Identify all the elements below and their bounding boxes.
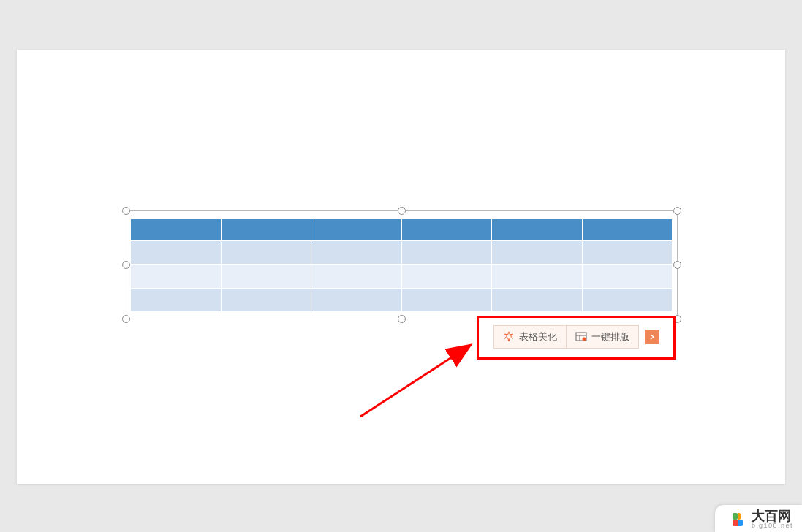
- beautify-table-button[interactable]: 表格美化: [493, 325, 566, 349]
- watermark-text: 大百网 big100.net: [752, 509, 793, 529]
- floating-toolbar-highlight: 表格美化 一键排版: [477, 316, 676, 360]
- resize-handle-top-middle[interactable]: [398, 207, 406, 215]
- watermark-url: big100.net: [752, 522, 793, 529]
- table-selection-bounds: [126, 210, 678, 319]
- layout-label: 一键排版: [591, 330, 629, 343]
- layout-icon: [575, 331, 587, 343]
- resize-handle-bottom-middle[interactable]: [398, 315, 406, 323]
- annotation-arrow: [357, 336, 488, 424]
- watermark-logo-icon: [730, 512, 746, 528]
- watermark: 大百网 big100.net: [715, 505, 802, 532]
- svg-line-5: [360, 345, 471, 417]
- expand-button[interactable]: [645, 330, 659, 344]
- chevron-right-icon: [649, 334, 655, 340]
- resize-handle-top-right[interactable]: [673, 207, 681, 215]
- svg-point-3: [583, 338, 586, 341]
- resize-handle-top-left[interactable]: [122, 207, 130, 215]
- beautify-label: 表格美化: [519, 330, 557, 343]
- sparkle-icon: [503, 331, 515, 343]
- watermark-title: 大百网: [752, 509, 793, 522]
- auto-layout-button[interactable]: 一键排版: [566, 325, 639, 349]
- resize-handle-middle-left[interactable]: [122, 261, 130, 269]
- resize-handle-middle-right[interactable]: [673, 261, 681, 269]
- floating-toolbar: 表格美化 一键排版: [493, 325, 659, 349]
- resize-handle-bottom-left[interactable]: [122, 315, 130, 323]
